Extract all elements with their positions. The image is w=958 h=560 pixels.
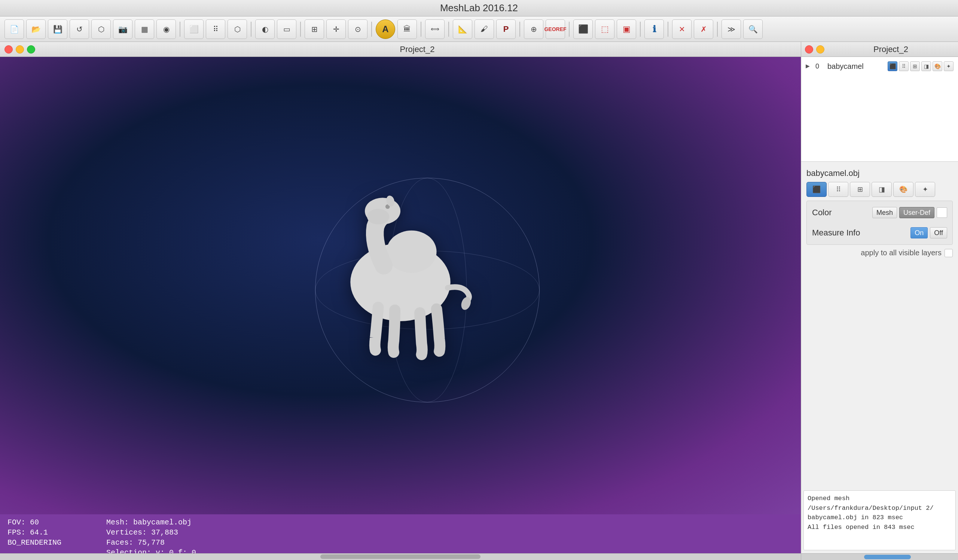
color-userdef-btn[interactable]: User-Def (899, 207, 934, 218)
log-line-2: babycamel.obj in 823 msec (807, 513, 952, 523)
toolbar-ortho[interactable]: ◉ (156, 19, 176, 39)
right-panel-close-btn[interactable] (805, 45, 813, 54)
status-col-left: FOV: 60 FPS: 64.1 BO_RENDERING (8, 518, 61, 547)
apply-label: apply to all visible layers (861, 249, 942, 257)
render-tab-wire[interactable]: ⊞ (850, 182, 870, 197)
render-tab-dots[interactable]: ⠿ (828, 182, 849, 197)
status-fov: FOV: 60 (8, 518, 61, 527)
toolbar-info[interactable]: ℹ (644, 19, 664, 39)
title-bar: MeshLab 2016.12 (0, 0, 958, 16)
right-panel-scrollbar[interactable] (801, 553, 958, 560)
toolbar-action3[interactable]: ▣ (617, 19, 636, 39)
toolbar-points[interactable]: ⠿ (206, 19, 225, 39)
toolbar-save[interactable]: 💾 (48, 19, 67, 39)
prop-panel: Color Mesh User-Def Measure Info On Off (806, 201, 953, 245)
layer-icon-extra[interactable]: ✦ (944, 61, 953, 71)
color-property-row: Color Mesh User-Def (812, 207, 947, 218)
app-title: MeshLab 2016.12 (440, 2, 518, 14)
layer-icon-solid[interactable]: ⬛ (888, 61, 898, 71)
render-tab-extra[interactable]: ✦ (915, 182, 935, 197)
status-vertices: Vertices: 37,883 (106, 528, 196, 537)
layer-icon-color[interactable]: 🎨 (933, 61, 942, 71)
right-panel-title-bar: Project_2 (801, 42, 958, 57)
layer-icon-half[interactable]: ◨ (922, 61, 931, 71)
viewport-close-btn[interactable] (5, 45, 13, 54)
toolbar-select[interactable]: ⊕ (524, 19, 543, 39)
toolbar-cube[interactable]: ⬜ (184, 19, 204, 39)
viewport-h-scrollbar[interactable] (0, 553, 801, 560)
render-tabs: ⬛ ⠿ ⊞ ◨ 🎨 ✦ (806, 182, 953, 197)
toolbar-cylinder[interactable]: ◐ (255, 19, 275, 39)
layer-name: babycamel (827, 62, 885, 71)
toolbar-measure[interactable]: 📐 (453, 19, 472, 39)
toolbar-sep6 (448, 22, 449, 36)
toolbar-sep11 (717, 22, 718, 36)
status-mesh: Mesh: babycamel.obj (106, 518, 196, 527)
toolbar-paint[interactable]: 🖌 (474, 19, 494, 39)
toolbar-sep4 (371, 22, 372, 36)
log-area: Opened mesh /Users/frankdura/Desktop/inp… (803, 490, 956, 550)
toolbar-font-a[interactable]: A (376, 19, 395, 39)
svg-point-1 (387, 231, 437, 273)
layer-icon-dots[interactable]: ⠿ (899, 61, 909, 71)
3d-viewport[interactable] (0, 57, 801, 514)
toolbar-import[interactable]: ⬡ (91, 19, 111, 39)
layer-list: ▶ 0 babycamel ⬛ ⠿ ⊞ ◨ 🎨 ✦ (801, 57, 958, 162)
toolbar-snapshot[interactable]: 📷 (113, 19, 132, 39)
measure-info-property-row: Measure Info On Off (812, 227, 947, 238)
measure-off-btn[interactable]: Off (930, 227, 947, 238)
color-controls: Mesh User-Def (872, 207, 947, 218)
toolbar-flat[interactable]: ▭ (277, 19, 297, 39)
color-mesh-btn[interactable]: Mesh (872, 207, 897, 218)
toolbar-open[interactable]: 📂 (26, 19, 46, 39)
viewport-minimize-btn[interactable] (16, 45, 24, 54)
toolbar-action1[interactable]: ⬛ (573, 19, 593, 39)
toolbar-search[interactable]: 🔍 (743, 19, 763, 39)
h-scrollbar-thumb[interactable] (320, 554, 481, 559)
properties-area: babycamel.obj ⬛ ⠿ ⊞ ◨ 🎨 ✦ Color Mesh Use… (801, 162, 958, 490)
render-tab-color[interactable]: 🎨 (893, 182, 914, 197)
toolbar-light[interactable]: ⊙ (348, 19, 368, 39)
toolbar-sep10 (668, 22, 668, 36)
toolbar-action2[interactable]: ⬚ (595, 19, 614, 39)
viewport-title: Project_2 (38, 44, 796, 54)
viewport-title-bar: Project_2 (0, 42, 801, 57)
render-tab-half[interactable]: ◨ (872, 182, 892, 197)
toolbar-georef[interactable]: GEOREF (546, 19, 565, 39)
status-rendering: BO_RENDERING (8, 538, 61, 547)
status-fps: FPS: 64.1 (8, 528, 61, 537)
toolbar-grid[interactable]: ⊞ (305, 19, 324, 39)
log-line-4: All files opened in 843 msec (807, 523, 952, 532)
apply-all-row: apply to all visible layers (806, 245, 953, 259)
toolbar-reload[interactable]: ↺ (70, 19, 89, 39)
toolbar-sep8 (569, 22, 569, 36)
measure-on-btn[interactable]: On (910, 227, 928, 238)
color-swatch[interactable] (937, 207, 947, 218)
right-panel-minimize-btn[interactable] (816, 45, 825, 54)
color-label: Color (812, 208, 832, 217)
toolbar-sep1 (179, 22, 180, 36)
toolbar-delete1[interactable]: ✕ (672, 19, 692, 39)
right-scrollbar-thumb[interactable] (864, 555, 911, 559)
svg-point-3 (367, 209, 389, 225)
toolbar-raster[interactable]: P (496, 19, 515, 39)
toolbar-delete2[interactable]: ✗ (694, 19, 713, 39)
toolbar-more[interactable]: ≫ (722, 19, 741, 39)
right-panel-title: Project_2 (827, 44, 954, 54)
layer-icon-group: ⬛ ⠿ ⊞ ◨ 🎨 ✦ (888, 61, 953, 71)
toolbar-layers[interactable]: ▦ (135, 19, 154, 39)
toolbar-sep3 (300, 22, 301, 36)
toolbar-cage[interactable]: ⬡ (227, 19, 247, 39)
measure-info-label: Measure Info (812, 228, 860, 238)
viewport-maximize-btn[interactable] (27, 45, 35, 54)
render-tab-solid[interactable]: ⬛ (806, 182, 826, 197)
toolbar-new[interactable]: 📄 (5, 19, 24, 39)
toolbar-sep9 (640, 22, 641, 36)
toolbar-align[interactable]: ⟺ (425, 19, 444, 39)
apply-checkbox[interactable] (945, 249, 953, 257)
layer-icon-wire[interactable]: ⊞ (910, 61, 920, 71)
layer-play-icon[interactable]: ▶ (806, 63, 812, 70)
toolbar-building[interactable]: 🏛 (397, 19, 417, 39)
toolbar-axes[interactable]: ✛ (326, 19, 346, 39)
viewport-container: Project_2 (0, 42, 801, 560)
